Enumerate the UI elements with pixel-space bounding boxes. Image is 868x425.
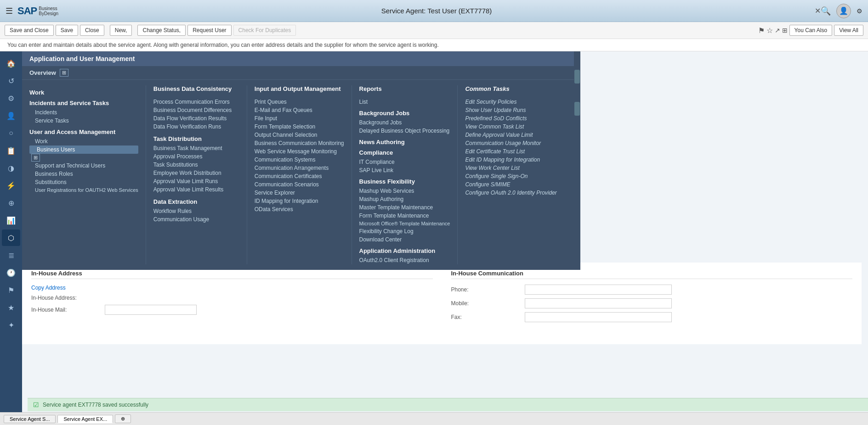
comm-arrangements-item[interactable]: Communication Arrangements bbox=[255, 164, 344, 172]
save-close-button[interactable]: Save and Close bbox=[5, 25, 54, 36]
file-input-item[interactable]: File Input bbox=[255, 114, 344, 123]
mashup-web-services-item[interactable]: Mashup Web Services bbox=[359, 187, 450, 195]
form-template-sel-item[interactable]: Form Template Selection bbox=[255, 123, 344, 131]
view-common-task-list-item[interactable]: View Common Task List bbox=[465, 123, 556, 131]
user-avatar[interactable]: 👤 bbox=[836, 4, 851, 18]
support-technical-users-item[interactable]: Support and Technical Users bbox=[29, 162, 138, 170]
sidebar-bolt-icon[interactable]: ⚡ bbox=[2, 177, 20, 194]
view-all-button[interactable]: View All bbox=[834, 25, 863, 36]
odata-services-item[interactable]: OData Services bbox=[255, 205, 344, 213]
layout-icon[interactable]: ⊞ bbox=[782, 27, 788, 34]
edit-id-mapping-item[interactable]: Edit ID Mapping for Integration bbox=[465, 156, 556, 164]
check-duplicates-button[interactable]: Check For Duplicates bbox=[233, 25, 296, 36]
edit-security-policies-item[interactable]: Edit Security Policies bbox=[465, 98, 556, 106]
comm-scenarios-item[interactable]: Communication Scenarios bbox=[255, 180, 344, 189]
business-task-mgmt-item[interactable]: Business Task Management bbox=[153, 144, 239, 152]
output-channel-item[interactable]: Output Channel Selection bbox=[255, 131, 344, 139]
substitutions-item[interactable]: Substitutions bbox=[29, 178, 138, 186]
sidebar-star-icon[interactable]: ★ bbox=[2, 299, 20, 316]
phone-input[interactable] bbox=[525, 285, 672, 295]
sidebar-analytics-icon[interactable]: ⬡ bbox=[2, 229, 20, 246]
configure-sso-item[interactable]: Configure Single Sign-On bbox=[465, 172, 556, 180]
sidebar-home-icon[interactable]: 🏠 bbox=[2, 55, 20, 72]
delayed-bop-item[interactable]: Delayed Business Object Processing bbox=[359, 127, 450, 135]
sidebar-chart-icon[interactable]: 📊 bbox=[2, 212, 20, 229]
save-button[interactable]: Save bbox=[56, 25, 78, 36]
oauth-client-reg-item[interactable]: OAuth2.0 Client Registration bbox=[359, 256, 450, 264]
task-substitutions-item[interactable]: Task Substitutions bbox=[153, 161, 239, 169]
it-compliance-item[interactable]: IT Compliance bbox=[359, 158, 450, 166]
mashup-authoring-item[interactable]: Mashup Authoring bbox=[359, 195, 450, 203]
download-center-item[interactable]: Download Center bbox=[359, 235, 450, 244]
edit-cert-trust-list-item[interactable]: Edit Certificate Trust List bbox=[465, 147, 556, 156]
list-item[interactable]: List bbox=[359, 98, 450, 106]
sidebar-lines-icon[interactable]: ≣ bbox=[2, 247, 20, 263]
data-flow-runs-item[interactable]: Data Flow Verification Runs bbox=[153, 123, 239, 131]
share-icon[interactable]: ↗ bbox=[775, 27, 780, 34]
you-can-also-button[interactable]: You Can Also bbox=[789, 25, 833, 36]
view-work-center-list-item[interactable]: View Work Center List bbox=[465, 164, 556, 172]
define-approval-value-item[interactable]: Define Approval Value Limit bbox=[465, 131, 556, 139]
business-doc-diff-item[interactable]: Business Document Differences bbox=[153, 106, 239, 114]
taskbar-add-item[interactable]: ⊕ bbox=[115, 414, 131, 423]
sidebar-clock-icon[interactable]: 🕐 bbox=[2, 264, 20, 281]
configure-oauth-item[interactable]: Configure OAuth 2.0 Identity Provider bbox=[465, 189, 556, 197]
business-users-item[interactable]: Business Users bbox=[29, 145, 138, 154]
mobile-input[interactable] bbox=[525, 298, 672, 308]
approval-processes-item[interactable]: Approval Processes bbox=[153, 152, 239, 161]
settings-icon[interactable]: ⚙ bbox=[857, 7, 862, 15]
incidents-item[interactable]: Incidents bbox=[29, 108, 138, 117]
workflow-rules-item[interactable]: Workflow Rules bbox=[153, 207, 239, 215]
sidebar-diamond-icon[interactable]: ✦ bbox=[2, 317, 20, 333]
change-status-button[interactable]: Change Status, bbox=[137, 25, 186, 36]
business-users-expand[interactable]: ⊞ bbox=[31, 154, 40, 162]
user-reg-oauth-item[interactable]: User Registrations for OAUTH2 Web Servic… bbox=[29, 186, 138, 194]
email-fax-queues-item[interactable]: E-Mail and Fax Queues bbox=[255, 106, 344, 114]
comm-certs-item[interactable]: Communication Certificates bbox=[255, 172, 344, 180]
sap-live-link-item[interactable]: SAP Live Link bbox=[359, 166, 450, 174]
service-explorer-item[interactable]: Service Explorer bbox=[255, 189, 344, 197]
sidebar-circle-icon[interactable]: ○ bbox=[2, 125, 20, 141]
business-roles-item[interactable]: Business Roles bbox=[29, 170, 138, 178]
comm-usage-item[interactable]: Communication Usage bbox=[153, 215, 239, 224]
flexibility-change-log-item[interactable]: Flexibility Change Log bbox=[359, 227, 450, 235]
business-comm-mon-item[interactable]: Business Communication Monitoring bbox=[255, 139, 344, 147]
approval-value-results-item[interactable]: Approval Value Limit Results bbox=[153, 185, 239, 194]
overview-expand-button[interactable]: ⊞ bbox=[60, 69, 68, 77]
request-user-button[interactable]: Request User bbox=[187, 25, 231, 36]
sidebar-list-icon[interactable]: 📋 bbox=[2, 142, 20, 159]
master-template-item[interactable]: Master Template Maintenance bbox=[359, 203, 450, 212]
predefined-sod-item[interactable]: Predefined SoD Conflicts bbox=[465, 114, 556, 123]
close-button[interactable]: Close bbox=[80, 25, 104, 36]
configure-smime-item[interactable]: Configure S/MIME bbox=[465, 180, 556, 189]
sidebar-user-icon[interactable]: 👤 bbox=[2, 107, 20, 124]
overview-label[interactable]: Overview bbox=[29, 69, 56, 76]
new-button[interactable]: New, bbox=[110, 25, 132, 36]
sidebar-flag-icon[interactable]: ⚑ bbox=[2, 282, 20, 298]
show-user-update-runs-item[interactable]: Show User Update Runs bbox=[465, 106, 556, 114]
web-service-mon-item[interactable]: Web Service Message Monitoring bbox=[255, 147, 344, 156]
sidebar-plus-icon[interactable]: ⊕ bbox=[2, 195, 20, 211]
data-flow-results-item[interactable]: Data Flow Verification Results bbox=[153, 114, 239, 123]
taskbar-item-2[interactable]: Service Agent EX... bbox=[57, 415, 113, 423]
sidebar-settings-icon[interactable]: ⚙ bbox=[2, 90, 20, 106]
hamburger-icon[interactable]: ☰ bbox=[6, 6, 13, 16]
sidebar-refresh-icon[interactable]: ↺ bbox=[2, 73, 20, 89]
star-icon[interactable]: ☆ bbox=[766, 26, 773, 35]
print-queues-item[interactable]: Print Queues bbox=[255, 98, 344, 106]
id-mapping-item[interactable]: ID Mapping for Integration bbox=[255, 197, 344, 205]
search-icon[interactable]: 🔍 bbox=[821, 6, 831, 16]
employee-work-dist-item[interactable]: Employee Work Distribution bbox=[153, 169, 239, 177]
copy-address-link[interactable]: Copy Address bbox=[31, 285, 433, 291]
form-template-maint-item[interactable]: Form Template Maintenance bbox=[359, 212, 450, 220]
work-under-uam-item[interactable]: Work bbox=[29, 137, 138, 145]
taskbar-item-1[interactable]: Service Agent S... bbox=[4, 415, 56, 423]
comm-usage-monitor-item[interactable]: Communication Usage Monitor bbox=[465, 139, 556, 147]
fax-input[interactable] bbox=[525, 312, 672, 322]
background-jobs-item[interactable]: Background Jobs bbox=[359, 118, 450, 127]
approval-value-runs-item[interactable]: Approval Value Limit Runs bbox=[153, 177, 239, 185]
inhouse-mail-input[interactable] bbox=[105, 305, 197, 315]
process-comm-errors-item[interactable]: Process Communication Errors bbox=[153, 98, 239, 106]
comm-systems-item[interactable]: Communication Systems bbox=[255, 156, 344, 164]
flag-icon[interactable]: ⚑ bbox=[758, 26, 765, 35]
